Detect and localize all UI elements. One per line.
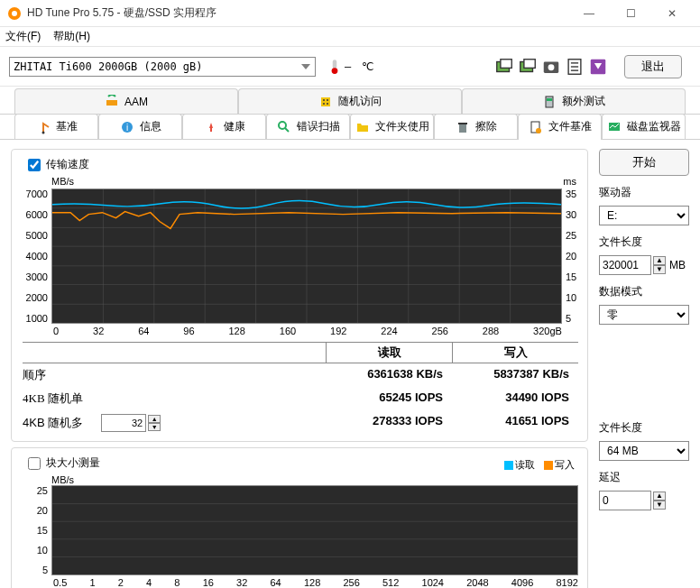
tab-erase[interactable]: 擦除 <box>434 114 518 139</box>
block-size-checkbox-label: 块大小测量 <box>46 455 100 471</box>
thermometer-icon <box>327 59 343 75</box>
minimize-button[interactable]: — <box>568 0 610 27</box>
tab-label: 额外测试 <box>562 94 605 109</box>
sidebar: 开始 驱动器 E: 文件长度 ▲ ▼ MB 数据模式 零 文件长度 64 MB … <box>599 149 689 588</box>
svg-text:i: i <box>125 123 127 133</box>
svg-rect-21 <box>546 96 553 107</box>
svg-point-27 <box>279 122 286 129</box>
transfer-panel: 传输速度 MB/s ms 7000 6000 5000 4000 3000 20… <box>11 149 588 442</box>
svg-rect-29 <box>459 124 466 133</box>
menubar: 文件(F) 帮助(H) <box>0 27 700 47</box>
screenshot-icon[interactable] <box>540 56 562 78</box>
start-button[interactable]: 开始 <box>599 149 689 176</box>
menu-help[interactable]: 帮助(H) <box>53 29 90 44</box>
tab-aam[interactable]: AAM <box>14 88 238 114</box>
table-row: 4KB 随机多 ▲ ▼ 278333 IOPS 41651 IOPS <box>23 410 578 436</box>
temp-value: — <box>345 60 351 73</box>
svg-point-3 <box>332 68 338 74</box>
tab-label: 文件夹使用 <box>375 119 429 134</box>
file-length-input[interactable] <box>599 255 651 275</box>
table-row: 4KB 随机单 65245 IOPS 34490 IOPS <box>23 387 578 410</box>
tab-label: AAM <box>124 96 148 108</box>
svg-point-9 <box>548 64 555 70</box>
file-length2-label: 文件长度 <box>599 420 689 436</box>
drive-letter-label: 驱动器 <box>599 185 689 200</box>
transfer-checkbox[interactable]: 传输速度 <box>28 157 578 172</box>
svg-rect-22 <box>547 98 552 101</box>
copy-chart1-icon[interactable] <box>493 56 515 78</box>
svg-rect-5 <box>501 59 511 68</box>
tab-file-benchmark[interactable]: 文件基准 <box>518 114 602 139</box>
svg-point-20 <box>327 103 328 105</box>
file-length-down[interactable]: ▼ <box>653 265 666 274</box>
tab-label: 基准 <box>56 119 78 134</box>
data-mode-label: 数据模式 <box>599 284 689 299</box>
tabs-row-1: AAM 随机访问 额外测试 <box>0 87 700 115</box>
block-size-panel: 块大小测量 读取 写入 MB/s 25 20 15 10 5 <box>11 447 588 588</box>
transfer-checkbox-input[interactable] <box>28 159 41 171</box>
exit-button[interactable]: 退出 <box>624 55 682 78</box>
copy-text-icon[interactable] <box>564 56 585 78</box>
col-write: 写入 <box>452 343 578 363</box>
titlebar: HD Tune Pro 5.75 - 硬盘/SSD 实用程序 — ☐ ✕ <box>0 0 700 27</box>
file-length-unit: MB <box>669 259 686 271</box>
result-header: 读取 写入 <box>23 342 578 363</box>
svg-point-32 <box>536 128 541 133</box>
tab-label: 文件基准 <box>548 119 592 134</box>
app-icon <box>7 6 22 21</box>
tab-label: 信息 <box>140 119 161 134</box>
legend-write: 写入 <box>555 459 575 470</box>
delay-label: 延迟 <box>599 470 689 485</box>
svg-point-23 <box>41 131 44 133</box>
delay-up[interactable]: ▲ <box>653 492 666 501</box>
svg-rect-2 <box>333 60 337 69</box>
svg-rect-15 <box>106 100 117 106</box>
queue-depth-down[interactable]: ▼ <box>148 423 161 431</box>
queue-depth-input[interactable] <box>101 414 146 432</box>
drive-select[interactable]: ZHITAI Ti600 2000GB (2000 gB) <box>9 57 316 77</box>
svg-rect-30 <box>458 123 467 124</box>
file-length2-select[interactable]: 64 MB <box>599 441 689 461</box>
copy-chart2-icon[interactable] <box>517 56 539 78</box>
drive-letter-select[interactable]: E: <box>599 206 689 225</box>
block-size-checkbox-input[interactable] <box>28 457 41 470</box>
data-mode-select[interactable]: 零 <box>599 305 689 325</box>
svg-rect-16 <box>321 97 330 106</box>
y-axis-left-unit: MB/s <box>51 176 563 187</box>
delay-down[interactable]: ▼ <box>653 501 666 510</box>
tab-disk-monitor[interactable]: 磁盘监视器 <box>602 114 686 139</box>
delay-input[interactable] <box>599 491 651 510</box>
file-length-label: 文件长度 <box>599 234 689 250</box>
queue-depth-up[interactable]: ▲ <box>148 415 161 423</box>
tab-label: 健康 <box>224 119 245 134</box>
tabs-row-2: 基准 i信息 健康 错误扫描 文件夹使用 擦除 文件基准 磁盘监视器 <box>0 114 700 140</box>
tab-random-access[interactable]: 随机访问 <box>238 88 462 114</box>
transfer-chart: 7000 6000 5000 4000 3000 2000 1000 <box>23 188 578 324</box>
y-axis-left-unit2: MB/s <box>51 474 578 485</box>
svg-rect-26 <box>210 127 212 132</box>
close-button[interactable]: ✕ <box>651 0 693 27</box>
y-axis-right-unit: ms <box>563 176 578 187</box>
tab-label: 磁盘监视器 <box>627 119 681 134</box>
tab-benchmark[interactable]: 基准 <box>14 114 98 139</box>
maximize-button[interactable]: ☐ <box>610 0 651 27</box>
tab-info[interactable]: i信息 <box>98 114 182 139</box>
tab-folder-usage[interactable]: 文件夹使用 <box>350 114 434 139</box>
svg-point-18 <box>327 99 328 101</box>
toolbar: ZHITAI Ti600 2000GB (2000 gB) — ℃ 退出 <box>0 47 700 87</box>
window-title: HD Tune Pro 5.75 - 硬盘/SSD 实用程序 <box>27 5 568 21</box>
menu-file[interactable]: 文件(F) <box>5 29 41 44</box>
tab-label: 随机访问 <box>338 94 382 109</box>
content: 传输速度 MB/s ms 7000 6000 5000 4000 3000 20… <box>0 140 700 588</box>
block-size-xaxis: 0.5 1 2 4 8 16 32 64 128 256 512 1024 20… <box>23 575 578 588</box>
col-read: 读取 <box>326 343 452 363</box>
tab-extra-tests[interactable]: 额外测试 <box>462 88 686 114</box>
block-size-checkbox[interactable]: 块大小测量 <box>28 455 504 471</box>
tab-label: 错误扫描 <box>297 119 340 134</box>
tab-error-scan[interactable]: 错误扫描 <box>266 114 350 139</box>
file-length-up[interactable]: ▲ <box>653 256 666 265</box>
tab-health[interactable]: 健康 <box>182 114 266 139</box>
svg-line-28 <box>285 128 289 132</box>
tab-label: 擦除 <box>475 119 497 134</box>
save-icon[interactable] <box>587 56 609 78</box>
